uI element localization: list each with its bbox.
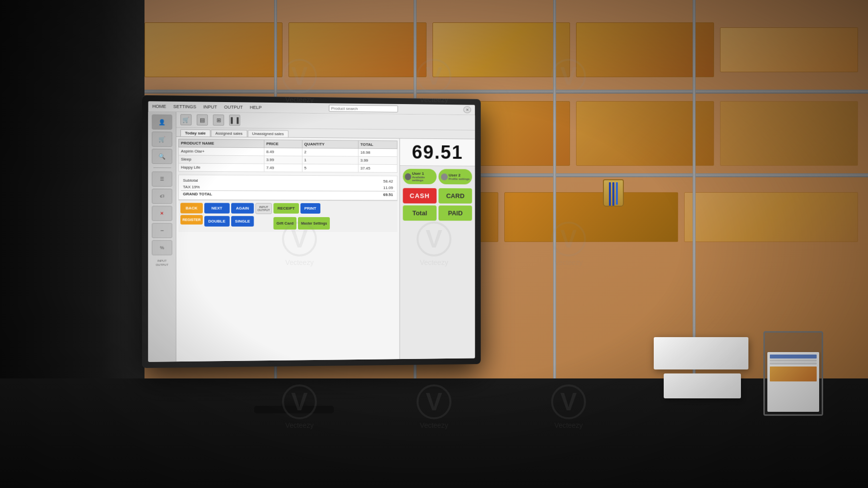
col-receipt-gift: RECEIPT PRINT Gift Card Master Settings — [274, 203, 330, 230]
white-box-2 — [664, 373, 741, 398]
product-name-2: Sleep — [178, 155, 264, 164]
product-qty-2: 1 — [302, 156, 358, 164]
grand-total-label: GRAND TOTAL — [183, 192, 212, 196]
sidebar-icon-tag[interactable]: 🏷 — [152, 189, 172, 204]
pos-body: PRODUCT NAME PRICE QUANTITY TOTAL Aspiri… — [176, 137, 475, 362]
tab-unassigned-sales[interactable]: Unassigned sales — [248, 130, 289, 137]
back-button[interactable]: BACK — [180, 203, 203, 213]
again-button[interactable]: AGAIN — [231, 203, 254, 214]
info-button[interactable]: INPUTOUTPUT — [256, 203, 272, 214]
card-button[interactable]: CARD — [438, 188, 472, 204]
sidebar-icon-minus[interactable]: − — [152, 223, 172, 238]
product-total-2: 3.99 — [358, 156, 397, 164]
sidebar-label-input: INPUT — [157, 259, 166, 262]
register-button[interactable]: REGISTER — [180, 215, 203, 225]
user2-name: User 2 — [448, 173, 469, 177]
user2-label-group: User 2 Profile settings — [448, 173, 469, 180]
receipt-button[interactable]: RECEIPT — [274, 203, 299, 214]
product-price-2: 3.99 — [264, 156, 302, 164]
menu-home[interactable]: HOME — [152, 104, 166, 109]
gift-card-button[interactable]: Gift Card — [274, 217, 296, 230]
grand-total-row: GRAND TOTAL 69.51 — [181, 190, 395, 198]
pen-holder — [603, 179, 624, 207]
tax-label: TAX 19% — [183, 185, 200, 189]
double-button[interactable]: DOUBLE — [204, 216, 230, 227]
desk-box-group — [654, 337, 748, 398]
pen-3 — [616, 182, 618, 205]
toolbar-cart-icon[interactable]: 🛒 — [180, 114, 191, 125]
menu-output[interactable]: OUTPUT — [224, 105, 243, 110]
total-button[interactable]: Total — [403, 205, 436, 221]
col-quantity: QUANTITY — [302, 140, 358, 148]
col-info: INPUTOUTPUT — [256, 203, 272, 214]
cash-button[interactable]: CASH — [403, 188, 436, 204]
product-total-1: 16.98 — [358, 148, 397, 156]
tab-assigned-sales[interactable]: Assigned sales — [211, 129, 247, 137]
user1-avatar — [405, 173, 411, 180]
document-tray — [763, 331, 823, 416]
sidebar-label-output: OUTPUT — [156, 263, 168, 266]
product-total-3: 37.45 — [358, 164, 397, 172]
user1-sub: Available settings — [412, 176, 434, 182]
subtotal-label: Subtotal — [183, 178, 198, 183]
monitor-base — [254, 406, 334, 413]
tax-value: 11.09 — [383, 186, 393, 190]
product-price-1: 8.49 — [264, 148, 302, 156]
toolbar-barcode-icon[interactable]: ▌▐ — [229, 115, 240, 125]
tab-today-sale[interactable]: Today sale — [180, 129, 210, 137]
menu-settings[interactable]: SETTINGS — [173, 104, 196, 110]
sidebar-icon-search[interactable]: 🔍 — [152, 149, 172, 164]
user2-sub: Profile settings — [448, 177, 469, 180]
sidebar-icon-x[interactable]: ✕ — [152, 206, 172, 221]
toolbar-table2-icon[interactable]: ⊞ — [213, 115, 224, 125]
sales-table: PRODUCT NAME PRICE QUANTITY TOTAL Aspiri… — [178, 139, 398, 173]
col-next-double: NEXT DOUBLE — [204, 203, 230, 226]
user-buttons: User 1 Available settings User 2 Profile… — [400, 166, 475, 186]
user2-avatar — [441, 173, 448, 180]
user1-name: User 1 — [412, 171, 434, 176]
button-columns: BACK REGISTER NEXT DOUBLE — [180, 203, 330, 230]
search-input[interactable] — [329, 105, 398, 112]
product-price-3: 7.49 — [264, 164, 302, 172]
col-total: TOTAL — [358, 140, 397, 149]
pos-sidebar: 👤 🛒 🔍 ☰ 🏷 ✕ − % INPUT — [148, 112, 176, 362]
product-qty-3: 5 — [302, 164, 358, 172]
product-name-1: Aspirin Olar+ — [178, 147, 264, 156]
col-price: PRICE — [264, 140, 302, 148]
user1-label-group: User 1 Available settings — [412, 171, 434, 182]
sidebar-icon-users[interactable]: 👤 — [152, 115, 172, 130]
sidebar-icon-percent[interactable]: % — [152, 240, 172, 255]
print-button[interactable]: PRINT — [300, 203, 320, 214]
monitor-bezel: HOME SETTINGS INPUT OUTPUT HELP ✕ 👤 🛒 — [142, 95, 481, 368]
single-button[interactable]: SINGLE — [231, 216, 254, 227]
product-name-3: Happy Life — [178, 163, 264, 172]
pen-2 — [612, 182, 614, 207]
monitor: HOME SETTINGS INPUT OUTPUT HELP ✕ 👤 🛒 — [142, 95, 481, 368]
toolbar-table-icon[interactable]: ▤ — [197, 115, 208, 125]
user2-button[interactable]: User 2 Profile settings — [438, 169, 472, 184]
pen-1 — [609, 182, 611, 206]
subtotal-value: 58.42 — [383, 179, 393, 184]
pos-main: 👤 🛒 🔍 ☰ 🏷 ✕ − % INPUT — [148, 112, 475, 362]
menu-help[interactable]: HELP — [250, 105, 262, 110]
next-button[interactable]: NEXT — [204, 203, 230, 213]
pos-table-area: PRODUCT NAME PRICE QUANTITY TOTAL Aspiri… — [176, 137, 400, 362]
table-row[interactable]: Happy Life 7.49 5 37.45 — [178, 163, 397, 172]
grand-total-value: 69.51 — [383, 192, 393, 197]
payment-buttons: CASH CARD Total PAID — [400, 186, 475, 223]
monitor-screen: HOME SETTINGS INPUT OUTPUT HELP ✕ 👤 🛒 — [148, 101, 475, 362]
user1-button[interactable]: User 1 Available settings — [403, 169, 436, 184]
paid-button[interactable]: PAID — [438, 206, 472, 221]
menu-input[interactable]: INPUT — [203, 105, 217, 110]
pos-summary: Subtotal 58.42 TAX 19% 11.09 GRAND TOTAL… — [178, 175, 398, 201]
product-qty-1: 2 — [302, 148, 358, 156]
pos-content: 🛒 ▤ ⊞ ▌▐ Today sale Assigned sales Unass… — [176, 112, 475, 362]
total-amount: 69.51 — [405, 142, 470, 162]
sidebar-icon-cart[interactable]: 🛒 — [152, 131, 172, 147]
col-back-register: BACK REGISTER — [180, 203, 203, 225]
master-settings-button[interactable]: Master Settings — [298, 217, 330, 230]
pos-right-panel: 69.51 User 1 Available settings — [400, 138, 475, 359]
close-button[interactable]: ✕ — [463, 106, 471, 113]
search-bar — [269, 104, 456, 113]
sidebar-icon-list[interactable]: ☰ — [152, 171, 172, 187]
